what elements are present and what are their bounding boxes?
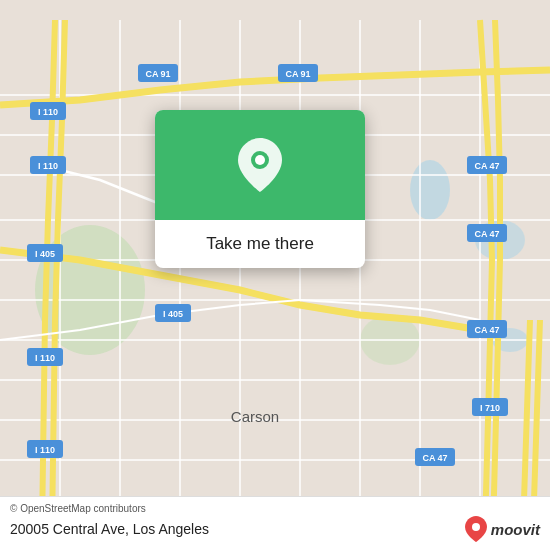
svg-text:I 405: I 405 [35, 249, 55, 259]
attribution: © OpenStreetMap contributors [10, 503, 540, 514]
moovit-text: moovit [491, 521, 540, 538]
address-text: 20005 Central Ave, Los Angeles [10, 521, 209, 537]
svg-point-57 [255, 155, 265, 165]
svg-text:I 110: I 110 [35, 353, 55, 363]
svg-text:I 110: I 110 [38, 107, 58, 117]
bottom-bar: © OpenStreetMap contributors 20005 Centr… [0, 496, 550, 550]
svg-text:I 110: I 110 [38, 161, 58, 171]
popup-header [155, 110, 365, 220]
svg-text:I 710: I 710 [480, 403, 500, 413]
svg-text:I 110: I 110 [35, 445, 55, 455]
map-background: I 110 CA 91 CA 91 I 110 CA 47 I 405 CA 4… [0, 0, 550, 550]
svg-point-58 [472, 523, 480, 531]
location-pin-icon [238, 138, 282, 192]
svg-text:CA 91: CA 91 [285, 69, 310, 79]
svg-text:CA 47: CA 47 [422, 453, 447, 463]
popup-card: Take me there [155, 110, 365, 268]
address-row: 20005 Central Ave, Los Angeles moovit [10, 516, 540, 542]
svg-point-3 [410, 160, 450, 220]
moovit-logo: moovit [465, 516, 540, 542]
svg-text:Carson: Carson [231, 408, 279, 425]
svg-text:CA 47: CA 47 [474, 325, 499, 335]
take-me-there-button[interactable]: Take me there [206, 234, 314, 254]
map-container: I 110 CA 91 CA 91 I 110 CA 47 I 405 CA 4… [0, 0, 550, 550]
svg-text:I 405: I 405 [163, 309, 183, 319]
svg-text:CA 91: CA 91 [145, 69, 170, 79]
svg-text:CA 47: CA 47 [474, 161, 499, 171]
svg-text:CA 47: CA 47 [474, 229, 499, 239]
popup-button-area[interactable]: Take me there [155, 220, 365, 268]
moovit-pin-icon [465, 516, 487, 542]
